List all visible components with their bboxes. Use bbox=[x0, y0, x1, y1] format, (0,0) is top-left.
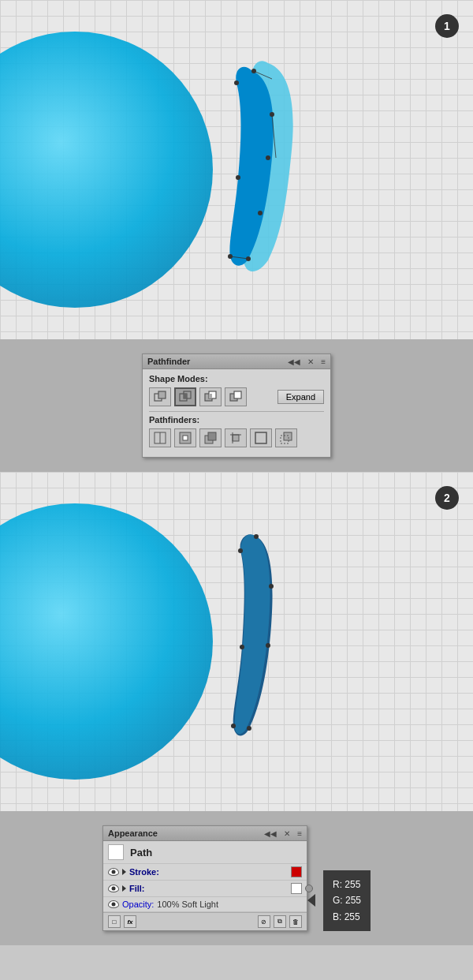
appearance-bottom-bar: □ fx ⊘ ⧉ 🗑 bbox=[103, 912, 307, 930]
svg-point-35 bbox=[266, 643, 270, 648]
pathfinder-menu-icon[interactable]: ≡ bbox=[321, 357, 326, 366]
svg-point-3 bbox=[258, 211, 263, 215]
pathfinder-panel-area: Pathfinder ◀◀ ✕ ≡ Shape Modes: bbox=[0, 339, 473, 472]
appearance-title: Appearance bbox=[108, 829, 158, 838]
step-badge-1: 1 bbox=[435, 14, 459, 38]
svg-point-33 bbox=[254, 534, 259, 539]
stroke-row: Stroke: bbox=[103, 864, 307, 881]
expand-button[interactable]: Expand bbox=[277, 390, 324, 404]
svg-point-7 bbox=[234, 80, 239, 85]
svg-point-34 bbox=[269, 584, 274, 589]
duplicate-btn[interactable]: ⧉ bbox=[274, 915, 286, 928]
pathfinder-panel: Pathfinder ◀◀ ✕ ≡ Shape Modes: bbox=[142, 353, 331, 458]
svg-rect-24 bbox=[183, 436, 188, 440]
divider-1 bbox=[149, 411, 324, 412]
divide-btn[interactable] bbox=[149, 428, 171, 447]
tooltip-r: R: 255 bbox=[333, 877, 361, 892]
path-label: Path bbox=[130, 847, 152, 858]
pathfinder-title: Pathfinder bbox=[147, 357, 190, 366]
canvas-area-1: 1 bbox=[0, 0, 473, 339]
panel-bottom-row: Appearance ◀◀ ✕ ≡ Path Stroke: Fill: bbox=[102, 825, 371, 931]
tooltip-arrow bbox=[307, 894, 315, 907]
tooltip-b: B: 255 bbox=[333, 909, 361, 925]
appearance-panel-area: Appearance ◀◀ ✕ ≡ Path Stroke: Fill: bbox=[0, 811, 473, 945]
shape-modes-row: Expand bbox=[149, 387, 324, 406]
svg-rect-27 bbox=[233, 435, 239, 441]
no-btn[interactable]: ⊘ bbox=[258, 915, 270, 928]
fill-visibility-icon[interactable] bbox=[108, 885, 119, 892]
stroke-visibility-icon[interactable] bbox=[108, 868, 119, 876]
svg-rect-26 bbox=[208, 432, 216, 440]
fill-expand-icon[interactable] bbox=[122, 885, 126, 892]
opacity-row: Opacity: 100% Soft Light bbox=[103, 897, 307, 912]
stroke-expand-icon[interactable] bbox=[122, 869, 126, 875]
fx-btn[interactable]: fx bbox=[124, 915, 136, 928]
fill-label: Fill: bbox=[129, 884, 288, 893]
pathfinder-titlebar: Pathfinder ◀◀ ✕ ≡ bbox=[143, 354, 330, 369]
exclude-btn[interactable] bbox=[199, 387, 222, 406]
svg-rect-15 bbox=[184, 394, 187, 398]
trim-btn[interactable] bbox=[174, 428, 196, 447]
svg-point-2 bbox=[266, 155, 270, 160]
fill-row: Fill: bbox=[103, 881, 307, 897]
svg-rect-12 bbox=[158, 391, 166, 398]
stroke-label: Stroke: bbox=[129, 867, 288, 877]
shapes-group-1 bbox=[205, 47, 300, 284]
crop-btn[interactable] bbox=[225, 428, 247, 447]
pathfinders-row bbox=[149, 428, 324, 447]
svg-point-36 bbox=[247, 726, 251, 731]
opacity-value: 100% Soft Light bbox=[157, 900, 218, 909]
appearance-controls[interactable]: ◀◀ ✕ ≡ bbox=[264, 829, 302, 838]
merge-btn[interactable] bbox=[199, 428, 222, 447]
fill-connector-dot bbox=[305, 885, 313, 892]
subtract-btn[interactable] bbox=[225, 387, 247, 406]
svg-rect-18 bbox=[209, 394, 212, 398]
svg-rect-20 bbox=[234, 391, 241, 398]
svg-point-6 bbox=[236, 175, 240, 180]
canvas-area-2: 2 bbox=[0, 472, 473, 811]
svg-point-37 bbox=[231, 724, 236, 728]
appearance-titlebar: Appearance ◀◀ ✕ ≡ bbox=[103, 826, 307, 841]
fill-color-swatch[interactable] bbox=[291, 883, 302, 894]
appearance-menu-icon[interactable]: ≡ bbox=[297, 829, 302, 838]
delete-btn[interactable]: 🗑 bbox=[289, 915, 302, 928]
opacity-visibility-icon[interactable] bbox=[108, 900, 119, 908]
unite-btn[interactable] bbox=[149, 387, 171, 406]
color-tooltip: R: 255 G: 255 B: 255 bbox=[323, 870, 371, 931]
stroke-color-swatch[interactable] bbox=[291, 866, 302, 877]
new-art-btn[interactable]: □ bbox=[108, 915, 121, 928]
minus-back-btn[interactable] bbox=[275, 428, 297, 447]
svg-point-38 bbox=[240, 645, 244, 649]
pathfinder-controls[interactable]: ◀◀ ✕ ≡ bbox=[288, 357, 326, 366]
shapes-group-2 bbox=[213, 519, 292, 756]
step-badge-2: 2 bbox=[435, 486, 459, 510]
pathfinder-body: Shape Modes: bbox=[143, 369, 330, 457]
outline-btn[interactable] bbox=[250, 428, 272, 447]
intersect-btn[interactable] bbox=[174, 387, 196, 406]
opacity-label: Opacity: bbox=[122, 900, 154, 909]
path-swatch bbox=[108, 844, 124, 860]
pathfinders-label: Pathfinders: bbox=[149, 415, 324, 425]
svg-rect-31 bbox=[284, 432, 292, 440]
tooltip-g: G: 255 bbox=[333, 892, 361, 908]
shape-modes-label: Shape Modes: bbox=[149, 374, 324, 383]
svg-point-39 bbox=[238, 548, 243, 553]
svg-rect-30 bbox=[255, 432, 266, 443]
appearance-panel: Appearance ◀◀ ✕ ≡ Path Stroke: Fill: bbox=[102, 825, 307, 931]
